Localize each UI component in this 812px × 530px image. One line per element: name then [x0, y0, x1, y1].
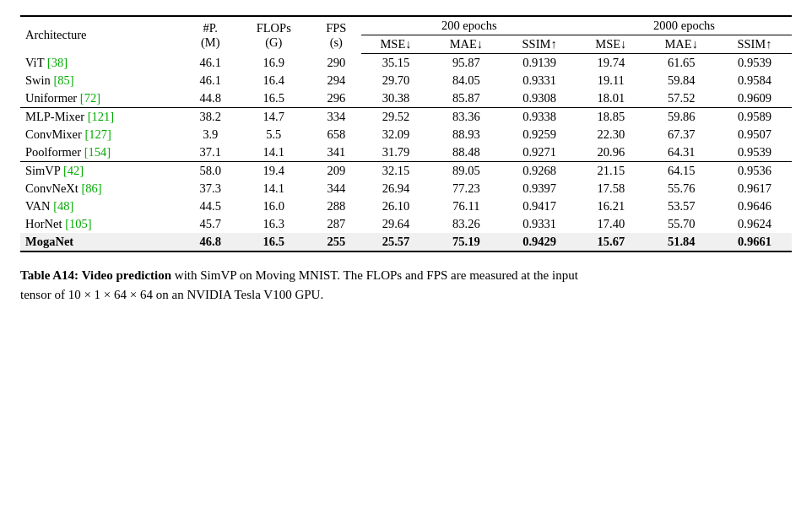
cell-params: 58.0 — [184, 162, 236, 181]
col-mse200: MSE↓ — [361, 35, 430, 54]
col-params: #P. (M) — [184, 16, 236, 54]
cell-mse200: 26.10 — [361, 197, 430, 215]
cell-ssim2000: 0.9609 — [717, 89, 792, 108]
cell-mae2000: 64.31 — [646, 143, 717, 162]
cell-mae200: 88.93 — [430, 126, 502, 143]
cell-mae200: 83.36 — [430, 108, 502, 127]
cell-mse200: 25.57 — [361, 233, 430, 251]
cell-mse200: 30.38 — [361, 89, 430, 108]
cell-params: 37.1 — [184, 143, 236, 162]
cell-mae200: 85.87 — [430, 89, 502, 108]
cell-arch: Uniformer [72] — [20, 89, 184, 108]
cell-fps: 296 — [311, 89, 361, 108]
cell-ssim200: 0.9417 — [502, 197, 577, 215]
col-ssim2000: SSIM↑ — [717, 35, 792, 54]
cell-ssim2000: 0.9539 — [717, 54, 792, 73]
cell-fps: 341 — [311, 143, 361, 162]
cell-fps: 334 — [311, 108, 361, 127]
cell-params: 3.9 — [184, 126, 236, 143]
cell-mse200: 32.09 — [361, 126, 430, 143]
cell-params: 37.3 — [184, 180, 236, 197]
cell-mae2000: 64.15 — [646, 162, 717, 181]
cell-arch: SimVP [42] — [20, 162, 184, 181]
cell-ssim200: 0.9331 — [502, 72, 577, 89]
table-row: ConvMixer [127]3.95.565832.0988.930.9259… — [20, 126, 792, 143]
caption-label: Table A14: — [20, 268, 78, 282]
cell-ssim200: 0.9271 — [502, 143, 577, 162]
table-row: Swin [85]46.116.429429.7084.050.933119.1… — [20, 72, 792, 89]
cell-mse2000: 20.96 — [577, 143, 645, 162]
cell-arch: VAN [48] — [20, 197, 184, 215]
cell-ssim200: 0.9139 — [502, 54, 577, 73]
table-row: Uniformer [72]44.816.529630.3885.870.930… — [20, 89, 792, 108]
cell-mse200: 26.94 — [361, 180, 430, 197]
cell-mae2000: 59.84 — [646, 72, 717, 89]
cell-ssim200: 0.9268 — [502, 162, 577, 181]
cell-params: 46.1 — [184, 72, 236, 89]
col-fps: FPS (s) — [311, 16, 361, 54]
cell-ssim2000: 0.9646 — [717, 197, 792, 215]
table-row: HorNet [105]45.716.328729.6483.260.93311… — [20, 215, 792, 233]
table-body: ViT [38]46.116.929035.1595.870.913919.74… — [20, 54, 792, 252]
cell-flops: 19.4 — [236, 162, 311, 181]
table-row: SimVP [42]58.019.420932.1589.050.926821.… — [20, 162, 792, 181]
cell-fps: 287 — [311, 215, 361, 233]
cell-ssim200: 0.9338 — [502, 108, 577, 127]
cell-mse200: 32.15 — [361, 162, 430, 181]
table-row: MogaNet46.816.525525.5775.190.942915.675… — [20, 233, 792, 251]
cell-mae2000: 51.84 — [646, 233, 717, 251]
cell-flops: 14.1 — [236, 180, 311, 197]
cell-ssim2000: 0.9584 — [717, 72, 792, 89]
table-row: VAN [48]44.516.028826.1076.110.941716.21… — [20, 197, 792, 215]
cell-params: 44.5 — [184, 197, 236, 215]
col-mae200: MAE↓ — [430, 35, 502, 54]
cell-mae2000: 61.65 — [646, 54, 717, 73]
cell-ssim2000: 0.9661 — [717, 233, 792, 251]
cell-flops: 5.5 — [236, 126, 311, 143]
cell-fps: 658 — [311, 126, 361, 143]
cell-arch: Poolformer [154] — [20, 143, 184, 162]
cell-ssim200: 0.9308 — [502, 89, 577, 108]
cell-arch: ConvNeXt [86] — [20, 180, 184, 197]
cell-mse2000: 21.15 — [577, 162, 645, 181]
cell-arch: ConvMixer [127] — [20, 126, 184, 143]
col-mse2000: MSE↓ — [577, 35, 645, 54]
cell-mae2000: 53.57 — [646, 197, 717, 215]
cell-flops: 16.4 — [236, 72, 311, 89]
cell-params: 38.2 — [184, 108, 236, 127]
table-row: MLP-Mixer [121]38.214.733429.5283.360.93… — [20, 108, 792, 127]
cell-fps: 209 — [311, 162, 361, 181]
col-200epochs: 200 epochs — [361, 16, 577, 35]
cell-ssim200: 0.9259 — [502, 126, 577, 143]
table-row: Poolformer [154]37.114.134131.7988.480.9… — [20, 143, 792, 162]
cell-mae200: 77.23 — [430, 180, 502, 197]
cell-ssim2000: 0.9507 — [717, 126, 792, 143]
caption-text: Video prediction with SimVP on Moving MN… — [20, 268, 578, 301]
cell-mae200: 83.26 — [430, 215, 502, 233]
cell-ssim2000: 0.9539 — [717, 143, 792, 162]
cell-mse200: 29.52 — [361, 108, 430, 127]
table-container: Architecture #P. (M) FLOPs (G) FPS (s) 2… — [20, 15, 792, 252]
table-row: ConvNeXt [86]37.314.134426.9477.230.9397… — [20, 180, 792, 197]
cell-ssim2000: 0.9536 — [717, 162, 792, 181]
cell-flops: 14.1 — [236, 143, 311, 162]
cell-fps: 255 — [311, 233, 361, 251]
cell-mae2000: 59.86 — [646, 108, 717, 127]
cell-mse2000: 18.85 — [577, 108, 645, 127]
cell-mse200: 35.15 — [361, 54, 430, 73]
cell-params: 44.8 — [184, 89, 236, 108]
cell-params: 46.1 — [184, 54, 236, 73]
col-flops: FLOPs (G) — [236, 16, 311, 54]
cell-ssim2000: 0.9624 — [717, 215, 792, 233]
cell-params: 46.8 — [184, 233, 236, 251]
cell-ssim200: 0.9331 — [502, 215, 577, 233]
cell-flops: 16.0 — [236, 197, 311, 215]
table-row: ViT [38]46.116.929035.1595.870.913919.74… — [20, 54, 792, 73]
cell-arch: Swin [85] — [20, 72, 184, 89]
cell-mae2000: 55.70 — [646, 215, 717, 233]
cell-fps: 288 — [311, 197, 361, 215]
col-architecture: Architecture — [20, 16, 184, 54]
cell-mse2000: 22.30 — [577, 126, 645, 143]
cell-mae2000: 67.37 — [646, 126, 717, 143]
cell-mae200: 95.87 — [430, 54, 502, 73]
